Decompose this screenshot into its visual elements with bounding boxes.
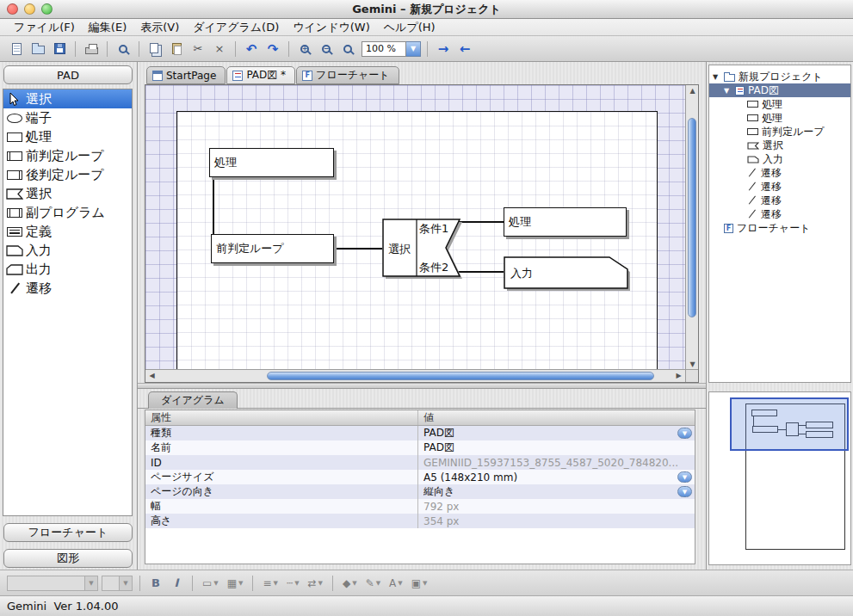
shapes-palette-button[interactable]: 図形 (3, 549, 133, 568)
while-loop-node[interactable]: 前判定ループ (211, 234, 334, 263)
tool-process[interactable]: 処理 (3, 127, 132, 146)
name-value[interactable]: PAD図 (423, 440, 692, 455)
fill-pattern-button[interactable]: ▦ ▼ (225, 575, 246, 592)
tool-while-loop[interactable]: 前判定ループ (3, 146, 132, 165)
paste-button[interactable] (167, 40, 186, 59)
tree-item-transition[interactable]: 遷移 (709, 166, 850, 180)
tree-item-transition[interactable]: 遷移 (709, 180, 850, 194)
menu-edit[interactable]: 編集(E) (82, 20, 133, 35)
kind-dropdown-button[interactable]: ▼ (677, 428, 692, 439)
zoom-level-dropdown-button[interactable]: ▼ (406, 41, 421, 57)
save-button[interactable] (50, 40, 69, 59)
open-button[interactable] (28, 40, 47, 59)
page-size-dropdown-button[interactable]: ▼ (677, 471, 692, 483)
tree-item-transition[interactable]: 遷移 (709, 194, 850, 207)
close-window-button[interactable] (7, 3, 18, 15)
arrow-style-button[interactable]: ⇄ ▼ (306, 575, 325, 592)
cut-button[interactable]: ✂ (189, 40, 207, 59)
connector-line[interactable] (213, 177, 214, 234)
menu-view[interactable]: 表示(V) (133, 20, 186, 35)
scroll-right-icon[interactable]: ▶ (672, 370, 685, 380)
font-family-select[interactable]: ▼ (7, 576, 98, 591)
process-node[interactable]: 処理 (504, 207, 627, 237)
italic-button[interactable]: I (168, 575, 185, 592)
menu-file[interactable]: ファイル(F) (7, 20, 82, 35)
zoom-tool-button[interactable] (338, 40, 357, 59)
kind-value[interactable]: PAD図 (423, 426, 677, 440)
orientation-value[interactable]: 縦向き (423, 484, 677, 499)
tree-item-input[interactable]: 入力 (709, 152, 850, 166)
menu-help[interactable]: ヘルプ(H) (377, 20, 442, 35)
value-cell: 縦向き ▼ (418, 484, 695, 499)
panel-splitter[interactable] (138, 383, 706, 389)
tree-item-project[interactable]: ▼ 新規プロジェクト (709, 70, 850, 83)
dash-style-button[interactable]: ┄ ▼ (284, 575, 302, 592)
align-button[interactable]: ≡ ▼ (260, 575, 280, 592)
process-node[interactable]: 処理 (209, 148, 334, 177)
undo-button[interactable]: ↶ (242, 40, 261, 59)
scroll-left-icon[interactable]: ◀ (145, 370, 158, 380)
minimap-viewport-rect[interactable] (730, 397, 849, 451)
flowchart-palette-button[interactable]: フローチャート (3, 523, 133, 542)
tool-do-while-loop[interactable]: 後判定ループ (3, 165, 132, 184)
diagram-canvas[interactable]: 処理 前判定ループ 選択 条件1 条件2 処理 (145, 85, 685, 369)
horizontal-scrollbar[interactable]: ◀ ▶ (145, 369, 685, 382)
pad-palette-button[interactable]: PAD (3, 65, 133, 84)
zoom-level-combo[interactable]: 100 % ▼ (362, 41, 421, 57)
tab-pad-diagram[interactable]: PAD図 * (226, 66, 295, 84)
connector-line[interactable] (334, 248, 382, 249)
tool-select[interactable]: 選択 (3, 89, 132, 108)
print-button[interactable] (82, 40, 101, 59)
horizontal-scroll-thumb[interactable] (267, 372, 654, 380)
new-document-icon (12, 43, 22, 55)
tab-flowchart[interactable]: F フローチャート (296, 66, 399, 84)
tree-item-transition[interactable]: 遷移 (709, 207, 850, 221)
back-button[interactable]: ← (455, 40, 474, 59)
scroll-down-icon[interactable]: ▼ (686, 359, 699, 369)
tab-diagram-properties[interactable]: ダイアグラム (148, 391, 238, 409)
line-color-button[interactable]: ✎ ▼ (363, 575, 383, 592)
tool-subprogram[interactable]: 副プログラム (3, 203, 132, 222)
tree-item-process[interactable]: 処理 (709, 111, 850, 125)
frame-style-button[interactable]: ▭ ▼ (200, 575, 221, 592)
new-document-button[interactable] (7, 40, 26, 59)
minimize-window-button[interactable] (24, 3, 35, 15)
preview-button[interactable] (114, 40, 133, 59)
object-style-button[interactable]: ▣ ▼ (409, 575, 430, 592)
tree-item-flowchart[interactable]: F フローチャート (709, 221, 850, 235)
expander-icon[interactable]: ▼ (724, 87, 732, 95)
page-size-value[interactable]: A5 (148x210 mm) (423, 471, 677, 484)
orientation-dropdown-button[interactable]: ▼ (677, 486, 692, 497)
scroll-up-icon[interactable]: ▲ (686, 85, 699, 95)
redo-button[interactable]: ↷ (263, 40, 282, 59)
zoom-window-button[interactable] (41, 3, 53, 15)
tree-item-while-loop[interactable]: 前判定ループ (709, 125, 850, 139)
tool-output[interactable]: 出力 (3, 260, 132, 279)
tree-item-process[interactable]: 処理 (709, 97, 850, 111)
tab-startpage[interactable]: StartPage (146, 66, 226, 84)
vertical-scrollbar[interactable]: ▲ ▼ (685, 85, 698, 369)
while-loop-icon (747, 128, 758, 135)
tool-terminal[interactable]: 端子 (3, 108, 132, 127)
copy-button[interactable] (145, 40, 164, 59)
zoom-out-button[interactable]: − (317, 40, 336, 59)
delete-button[interactable]: × (210, 40, 229, 59)
expander-icon[interactable]: ▼ (713, 73, 720, 81)
font-size-select[interactable]: ▼ (102, 576, 133, 591)
zoom-level-value[interactable]: 100 % (362, 41, 406, 57)
vertical-scroll-thumb[interactable] (688, 118, 696, 317)
tree-item-selection[interactable]: 選択 (709, 139, 850, 152)
tool-transition[interactable]: 遷移 (3, 279, 132, 298)
forward-button[interactable]: → (434, 40, 453, 59)
menu-diagram[interactable]: ダイアグラム(D) (186, 20, 286, 35)
tool-definition[interactable]: 定義 (3, 222, 132, 241)
tool-selection-shape[interactable]: 選択 (3, 184, 132, 203)
fill-color-button[interactable]: ◆ ▼ (340, 575, 360, 592)
bold-button[interactable]: B (147, 575, 164, 592)
menu-window[interactable]: ウインドウ(W) (286, 20, 377, 35)
zoom-in-button[interactable]: + (295, 40, 314, 59)
width-value: 792 px (423, 501, 692, 513)
tree-item-pad-diagram[interactable]: ▼ PAD図 (709, 83, 850, 97)
tool-input[interactable]: 入力 (3, 241, 132, 260)
font-color-button[interactable]: A ▼ (386, 575, 405, 592)
